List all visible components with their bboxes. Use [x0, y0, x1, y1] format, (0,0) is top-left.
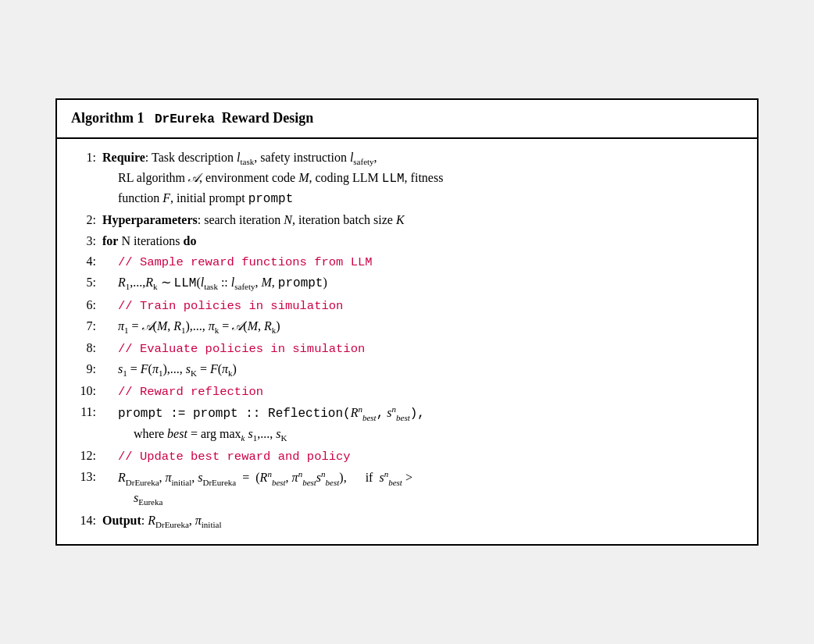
comment-12: // Update best reward and policy: [118, 450, 351, 464]
line-9-content: s1 = F(π1),..., sK = F(πk): [102, 360, 743, 380]
line-10: 10: // Reward reflection: [71, 382, 743, 401]
line-num-8: 8:: [71, 339, 96, 358]
algorithm-name: DrEureka: [155, 112, 215, 126]
line-11-content: prompt := prompt :: Reflection(Rnbest, s…: [102, 403, 743, 425]
line-num-2: 2:: [71, 211, 96, 230]
line-num-13: 13:: [71, 468, 96, 487]
algorithm-box: Algorithm 1 DrEureka Reward Design 1: Re…: [55, 98, 759, 546]
algorithm-number: Algorithm 1: [71, 110, 145, 126]
line-13-content-2: sEureka: [102, 489, 743, 509]
line-13-row: 13: RDrEureka, πinitial, sDrEureka = (Rn…: [71, 468, 743, 489]
line-num-1: 1:: [71, 148, 96, 168]
comment-4: // Sample reward functions from LLM: [118, 255, 373, 269]
algorithm-header: Algorithm 1 DrEureka Reward Design: [57, 100, 757, 139]
line-1-row: 1: Require: Task description ltask, safe…: [71, 148, 743, 169]
line-7: 7: π1 = 𝒜(M, R1),..., πk = 𝒜(M, Rk): [71, 317, 743, 337]
line-2-content: Hyperparameters: search iteration N, ite…: [102, 211, 743, 230]
line-11-row: 11: prompt := prompt :: Reflection(Rnbes…: [71, 403, 743, 425]
line-13-row-2: sEureka: [71, 489, 743, 509]
line-1-row-3: function F, initial prompt prompt: [71, 189, 743, 209]
line-6: 6: // Train policies in simulation: [71, 296, 743, 315]
require-text: : Task description ltask, safety instruc…: [145, 151, 377, 164]
line-3-content: for N iterations do: [102, 232, 743, 251]
line-11-row-2: where best = arg maxk s1,..., sK: [71, 425, 743, 445]
algorithm-title: Algorithm 1 DrEureka Reward Design: [71, 110, 313, 126]
line-1-content-3: function F, initial prompt prompt: [102, 189, 743, 209]
line-14-content: Output: RDrEureka, πinitial: [102, 511, 743, 532]
output-keyword: Output: [102, 514, 141, 527]
line-10-content: // Reward reflection: [102, 382, 743, 401]
line-2: 2: Hyperparameters: search iteration N, …: [71, 211, 743, 230]
do-keyword: do: [184, 234, 197, 247]
line-13-block: 13: RDrEureka, πinitial, sDrEureka = (Rn…: [71, 468, 743, 510]
line-13-content: RDrEureka, πinitial, sDrEureka = (Rnbest…: [102, 468, 743, 489]
comment-6: // Train policies in simulation: [118, 299, 343, 313]
algorithm-body: 1: Require: Task description ltask, safe…: [57, 139, 757, 544]
line-1-block: 1: Require: Task description ltask, safe…: [71, 148, 743, 209]
line-num-14: 14:: [71, 511, 96, 531]
line-num-11: 11:: [71, 403, 96, 422]
line-8: 8: // Evaluate policies in simulation: [71, 339, 743, 358]
line-5: 5: R1,...,Rk ∼ LLM(ltask :: lsafety, M, …: [71, 273, 743, 294]
line-num-3: 3:: [71, 232, 96, 251]
line-num-12: 12:: [71, 447, 96, 466]
line-1-row-2: RL algorithm 𝒜, environment code M, codi…: [71, 169, 743, 189]
comment-10: // Reward reflection: [118, 385, 263, 399]
line-num-6: 6:: [71, 296, 96, 315]
line-9: 9: s1 = F(π1),..., sK = F(πk): [71, 360, 743, 380]
hyper-keyword: Hyperparameters: [102, 213, 198, 226]
line-11-block: 11: prompt := prompt :: Reflection(Rnbes…: [71, 403, 743, 445]
comment-8: // Evaluate policies in simulation: [118, 342, 365, 356]
line-12-content: // Update best reward and policy: [102, 447, 743, 466]
line-1-content-2: RL algorithm 𝒜, environment code M, codi…: [102, 169, 743, 189]
line-num-9: 9:: [71, 360, 96, 379]
line-5-r: R: [118, 276, 126, 289]
line-num-5: 5:: [71, 273, 96, 293]
line-5-content: R1,...,Rk ∼ LLM(ltask :: lsafety, M, pro…: [102, 273, 743, 294]
line-1-content: Require: Task description ltask, safety …: [102, 148, 743, 169]
line-7-content: π1 = 𝒜(M, R1),..., πk = 𝒜(M, Rk): [102, 317, 743, 337]
line-num-10: 10:: [71, 382, 96, 401]
line-11-content-2: where best = arg maxk s1,..., sK: [102, 425, 743, 445]
line-12: 12: // Update best reward and policy: [71, 447, 743, 466]
line-14: 14: Output: RDrEureka, πinitial: [71, 511, 743, 532]
line-6-content: // Train policies in simulation: [102, 296, 743, 315]
hyper-text: : search iteration N, iteration batch si…: [198, 213, 405, 226]
line-4: 4: // Sample reward functions from LLM: [71, 252, 743, 272]
line-num-4: 4:: [71, 252, 96, 272]
line-4-content: // Sample reward functions from LLM: [102, 252, 743, 272]
line-3: 3: for N iterations do: [71, 232, 743, 251]
line-num-7: 7:: [71, 317, 96, 336]
require-keyword: Require: [102, 151, 145, 164]
for-keyword: for: [102, 234, 118, 247]
line-8-content: // Evaluate policies in simulation: [102, 339, 743, 358]
